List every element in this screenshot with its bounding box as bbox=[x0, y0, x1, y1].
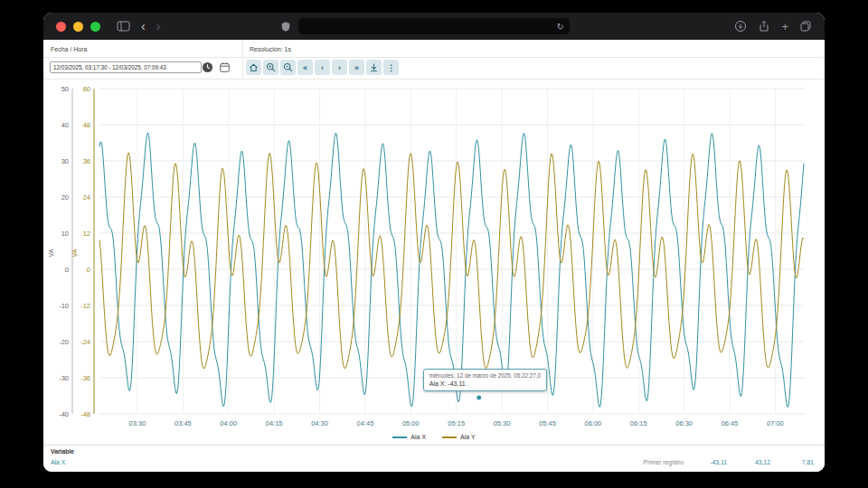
chart-legend: Ala XAla Y bbox=[43, 434, 825, 440]
date-range-input[interactable]: 12/03/2025, 03:17:30 - 12/03/2025, 07:09… bbox=[50, 61, 202, 73]
tooltip-date: miércoles, 12 de marzo de 2025, 05:22:27… bbox=[429, 372, 541, 379]
value-avg: 7,81 bbox=[790, 459, 814, 465]
minimize-window-button[interactable] bbox=[73, 22, 83, 32]
x-axis-tick-label: 05:30 bbox=[494, 419, 511, 427]
address-bar[interactable]: ↻ bbox=[298, 18, 570, 34]
chart-tooltip: miércoles, 12 de marzo de 2025, 05:22:27… bbox=[423, 369, 547, 391]
sidebar-toggle-icon[interactable] bbox=[117, 21, 130, 32]
x-axis-tick-label: 05:00 bbox=[402, 419, 420, 427]
fast-forward-button[interactable]: » bbox=[349, 60, 364, 75]
tab-overview-icon[interactable] bbox=[799, 20, 812, 33]
zoom-in-button[interactable] bbox=[263, 60, 278, 75]
y-axis-tick-label: 0 bbox=[65, 266, 69, 274]
browser-window: ‹ › ↻ + bbox=[43, 13, 825, 472]
screen: ‹ › ↻ + bbox=[0, 0, 868, 488]
y-axis2-tick-label: 48 bbox=[83, 121, 90, 129]
y-axis2-tick-label: 60 bbox=[83, 85, 90, 93]
browser-titlebar: ‹ › ↻ + bbox=[43, 13, 825, 40]
chart-area[interactable]: 5060404830362024101200-10-12-20-24-30-36… bbox=[47, 80, 814, 434]
series-line-ala-y bbox=[99, 153, 804, 369]
y-axis2-tick-label: 24 bbox=[83, 193, 90, 202]
download-button[interactable] bbox=[366, 60, 382, 75]
variable-name[interactable]: Ala X bbox=[51, 459, 65, 465]
x-axis-tick-label: 05:45 bbox=[539, 419, 556, 427]
step-forward-button[interactable]: › bbox=[332, 60, 347, 75]
tooltip-value: Ala X: -43,11 bbox=[429, 380, 541, 387]
fecha-hora-label: Fecha / Hora bbox=[51, 46, 87, 52]
y-axis2-title: VA bbox=[71, 249, 78, 257]
clock-icon-button[interactable] bbox=[201, 61, 213, 73]
y-axis-tick-label: -20 bbox=[59, 338, 69, 346]
legend-item-ala-x[interactable]: Ala X bbox=[392, 434, 426, 440]
y-axis-tick-label: -40 bbox=[59, 410, 69, 418]
table-row[interactable]: Ala X Primer registro -43,11 43,12 7,81 bbox=[43, 459, 825, 465]
variable-column-header: Variable bbox=[51, 448, 74, 455]
y-axis2-tick-label: 36 bbox=[83, 157, 90, 165]
new-tab-icon[interactable]: + bbox=[781, 20, 788, 33]
calendar-icon-button[interactable] bbox=[218, 61, 231, 73]
x-axis-tick-label: 04:00 bbox=[220, 419, 237, 427]
downloads-icon[interactable] bbox=[734, 20, 747, 33]
y-axis-tick-label: 40 bbox=[61, 121, 69, 129]
zoom-window-button[interactable] bbox=[90, 22, 100, 32]
primer-registro-label: Primer registro bbox=[643, 459, 684, 465]
resolution-label: Resolución: 1s bbox=[250, 46, 291, 52]
y-axis-title: VA bbox=[48, 249, 54, 257]
share-icon[interactable] bbox=[758, 20, 770, 33]
legend-label: Ala X bbox=[410, 434, 426, 440]
x-axis-tick-label: 07:00 bbox=[767, 419, 784, 427]
y-axis-tick-label: -10 bbox=[59, 302, 69, 310]
value-min: -43,11 bbox=[703, 459, 727, 465]
header-vertical-divider bbox=[242, 40, 243, 79]
back-button[interactable]: ‹ bbox=[136, 20, 151, 33]
x-axis-tick-label: 04:30 bbox=[311, 419, 328, 427]
x-axis-tick-label: 06:00 bbox=[584, 419, 601, 427]
footer-divider bbox=[43, 445, 825, 446]
date-range-value: 12/03/2025, 03:17:30 - 12/03/2025, 07:09… bbox=[53, 64, 166, 70]
x-axis-tick-label: 04:15 bbox=[266, 419, 283, 427]
x-axis-tick-label: 06:15 bbox=[630, 419, 647, 427]
y-axis2-tick-label: -36 bbox=[80, 374, 90, 382]
traffic-lights bbox=[56, 22, 100, 32]
titlebar-right-icons: + bbox=[734, 13, 812, 40]
y-axis2-tick-label: 12 bbox=[83, 230, 90, 238]
y-axis-tick-label: 50 bbox=[61, 85, 69, 93]
y-axis2-tick-label: -48 bbox=[80, 410, 90, 418]
x-axis-tick-label: 03:30 bbox=[129, 419, 146, 427]
value-max: 43,12 bbox=[747, 459, 770, 465]
y-axis-tick-label: 30 bbox=[61, 157, 69, 165]
y-axis2-tick-label: -24 bbox=[80, 338, 90, 346]
y-axis2-tick-label: -12 bbox=[80, 302, 90, 310]
legend-line-swatch bbox=[442, 436, 457, 438]
header-divider bbox=[43, 57, 825, 58]
zoom-out-button[interactable] bbox=[280, 60, 296, 75]
footer-values: Primer registro -43,11 43,12 7,81 bbox=[643, 459, 814, 465]
step-backward-button[interactable]: ‹ bbox=[315, 60, 330, 75]
app-page: Fecha / Hora Resolución: 1s 12/03/2025, … bbox=[43, 40, 825, 472]
legend-line-swatch bbox=[392, 436, 407, 438]
privacy-shield-icon[interactable] bbox=[280, 21, 291, 33]
fast-backward-button[interactable]: « bbox=[297, 60, 313, 75]
legend-label: Ala Y bbox=[460, 434, 476, 440]
tooltip-marker bbox=[476, 395, 482, 400]
x-axis-tick-label: 06:30 bbox=[675, 419, 693, 427]
reload-icon[interactable]: ↻ bbox=[557, 22, 564, 32]
x-axis-tick-label: 03:45 bbox=[175, 419, 192, 427]
more-options-button[interactable]: ⋮ bbox=[383, 60, 399, 75]
y-axis-tick-label: 10 bbox=[61, 230, 69, 238]
legend-item-ala-y[interactable]: Ala Y bbox=[442, 434, 476, 440]
y-axis-tick-label: -30 bbox=[59, 374, 69, 382]
home-button[interactable] bbox=[246, 60, 261, 75]
x-axis-tick-label: 06:45 bbox=[722, 419, 739, 427]
y-axis-tick-label: 20 bbox=[61, 193, 69, 202]
y-axis2-tick-label: 0 bbox=[87, 266, 90, 274]
x-axis-tick-label: 04:45 bbox=[357, 419, 374, 427]
x-axis-tick-label: 05:15 bbox=[448, 419, 465, 427]
close-window-button[interactable] bbox=[56, 22, 66, 32]
chart-toolbar: « ‹ › » ⋮ bbox=[246, 60, 399, 75]
forward-button[interactable]: › bbox=[151, 20, 166, 33]
